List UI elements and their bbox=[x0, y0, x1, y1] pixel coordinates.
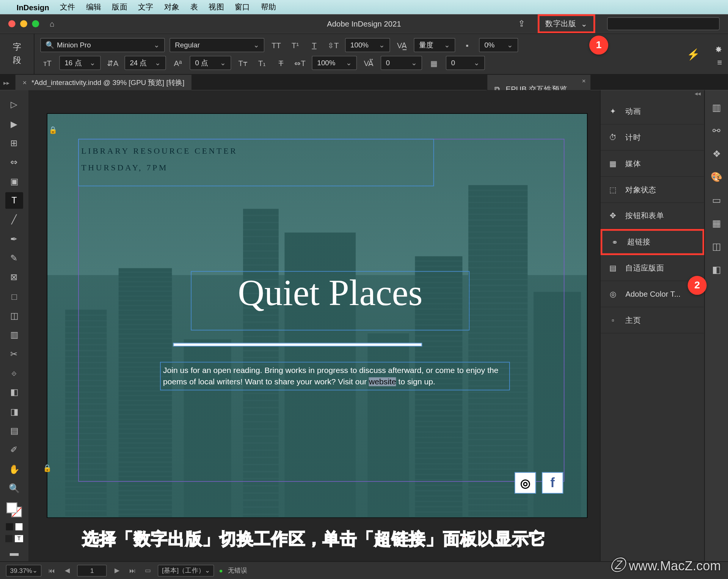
gap-tool[interactable]: ⇔ bbox=[5, 154, 23, 170]
gear-icon[interactable]: ✸ bbox=[715, 44, 722, 54]
menu-help[interactable]: 帮助 bbox=[261, 2, 276, 13]
menu-file[interactable]: 文件 bbox=[60, 2, 75, 13]
page-tool[interactable]: ⊞ bbox=[5, 134, 23, 151]
stroke-strip-icon[interactable]: ▭ bbox=[712, 195, 721, 206]
panel-animation[interactable]: ✦动画 bbox=[601, 99, 704, 125]
body-text-frame[interactable]: Join us for an open reading. Bring works… bbox=[160, 362, 510, 391]
pct-field[interactable]: 0% bbox=[479, 38, 518, 52]
divider-rule[interactable] bbox=[173, 343, 422, 346]
screen-mode[interactable]: ▬ bbox=[5, 544, 23, 561]
font-family-dropdown[interactable]: 🔍Minion Pro bbox=[40, 38, 165, 52]
font-size-field[interactable]: 16 点 bbox=[59, 56, 100, 70]
lightning-icon[interactable]: ⚡ bbox=[687, 48, 700, 61]
app-name[interactable]: InDesign bbox=[17, 3, 49, 11]
spread-button[interactable]: ▭ bbox=[143, 565, 153, 576]
hand-tool[interactable]: ✋ bbox=[5, 461, 23, 477]
shift-field[interactable]: 0 点 bbox=[190, 56, 231, 70]
char-mode[interactable]: 字 bbox=[13, 42, 21, 53]
next-page-button[interactable]: ▶ bbox=[111, 565, 122, 576]
fill-stroke-swatch[interactable] bbox=[6, 503, 22, 517]
page-field[interactable]: 1 bbox=[77, 565, 107, 576]
minimize-button[interactable] bbox=[20, 20, 27, 27]
panel-menu-icon[interactable]: ≡ bbox=[717, 58, 722, 67]
pencil-tool[interactable]: ✎ bbox=[5, 250, 23, 266]
subscript-icon[interactable]: T₁ bbox=[255, 56, 269, 70]
close-tab-icon[interactable]: × bbox=[22, 78, 27, 87]
layers-strip-icon[interactable]: ❖ bbox=[712, 148, 721, 160]
superscript-icon[interactable]: T¹ bbox=[288, 38, 303, 52]
title-text-frame[interactable]: Quiet Places bbox=[191, 271, 469, 330]
search-input[interactable] bbox=[607, 17, 720, 30]
close-panel-icon[interactable]: × bbox=[582, 77, 586, 84]
view-mode-preview[interactable]: T bbox=[15, 535, 23, 542]
panel-timing[interactable]: ⏱计时 bbox=[601, 124, 704, 151]
panel-object-states[interactable]: ⬚对象状态 bbox=[601, 177, 704, 203]
maximize-button[interactable] bbox=[32, 20, 39, 27]
gradient-swatch-tool[interactable]: ◧ bbox=[5, 384, 23, 401]
apply-color[interactable] bbox=[6, 523, 13, 530]
swatches-strip-icon[interactable]: ▦ bbox=[712, 218, 721, 229]
panel-media[interactable]: ▦媒体 bbox=[601, 151, 704, 177]
selection-tool[interactable]: ▷ bbox=[5, 96, 23, 113]
last-page-button[interactable]: ⏭ bbox=[127, 565, 138, 576]
rectangle-frame-tool[interactable]: ⊠ bbox=[5, 269, 23, 285]
preflight-label[interactable]: 无错误 bbox=[228, 566, 248, 575]
layer-field[interactable]: [基本]（工作） ⌄ bbox=[158, 565, 214, 576]
menu-layout[interactable]: 版面 bbox=[112, 2, 127, 13]
collapse-panels-icon[interactable]: ◂◂ bbox=[601, 90, 704, 99]
facebook-icon[interactable]: f bbox=[542, 472, 563, 494]
scissors-tool[interactable]: ✂ bbox=[5, 346, 23, 362]
zoom-tool[interactable]: 🔍 bbox=[5, 480, 23, 497]
gradient-strip-icon[interactable]: ◧ bbox=[712, 264, 721, 275]
canvas[interactable]: 🔒 LIBRARY RESOURCE CENTER THURSDAY, 7PM … bbox=[28, 90, 600, 561]
panel-pages[interactable]: ▫主页 bbox=[601, 307, 704, 334]
panel-hyperlinks[interactable]: ⚭超链接 bbox=[601, 229, 704, 255]
eyedropper-tool[interactable]: ✐ bbox=[5, 442, 23, 458]
view-mode-normal[interactable] bbox=[5, 535, 13, 542]
smallcaps-icon[interactable]: Tᴛ bbox=[236, 56, 250, 70]
underline-icon[interactable]: T bbox=[307, 38, 322, 52]
menu-type[interactable]: 文字 bbox=[138, 2, 154, 13]
font-style-dropdown[interactable]: Regular bbox=[169, 38, 264, 52]
first-page-button[interactable]: ⏮ bbox=[46, 565, 57, 576]
leading-field[interactable]: 24 点 bbox=[124, 56, 166, 70]
line-tool[interactable]: ╱ bbox=[5, 211, 23, 228]
pen-tool[interactable]: ✒ bbox=[5, 230, 23, 247]
direct-selection-tool[interactable]: ▶ bbox=[5, 115, 23, 132]
kerning-field[interactable]: 量度 bbox=[414, 38, 455, 52]
rectangle-tool[interactable]: □ bbox=[5, 288, 23, 305]
zoom-field[interactable]: 39.37% ⌄ bbox=[6, 565, 42, 576]
menu-view[interactable]: 视图 bbox=[209, 2, 224, 13]
home-icon[interactable]: ⌂ bbox=[50, 19, 54, 28]
menu-edit[interactable]: 编辑 bbox=[86, 2, 102, 13]
panel-liquid-layout[interactable]: ▤自适应版面 bbox=[601, 255, 704, 281]
hscale-field[interactable]: 100% bbox=[312, 56, 357, 70]
allcaps-icon[interactable]: TT bbox=[269, 38, 284, 52]
type-tool[interactable]: T bbox=[5, 192, 23, 209]
panel-buttons-forms[interactable]: ✥按钮和表单 bbox=[601, 203, 704, 229]
header-text-frame[interactable]: LIBRARY RESOURCE CENTER THURSDAY, 7PM bbox=[78, 139, 434, 186]
free-transform-tool[interactable]: ⟐ bbox=[5, 365, 23, 381]
vscale-field[interactable]: 100% bbox=[345, 38, 390, 52]
close-button[interactable] bbox=[8, 20, 16, 27]
menu-table[interactable]: 表 bbox=[190, 2, 198, 13]
menu-object[interactable]: 对象 bbox=[164, 2, 180, 13]
menu-window[interactable]: 窗口 bbox=[235, 2, 250, 13]
tracking-field[interactable]: 0 bbox=[381, 56, 422, 70]
workspace-dropdown[interactable]: 数字出版 ⌄ bbox=[538, 14, 595, 33]
note-tool[interactable]: ▤ bbox=[5, 422, 23, 439]
links-strip-icon[interactable]: ⚯ bbox=[712, 125, 720, 137]
content-collector-tool[interactable]: ▣ bbox=[5, 173, 23, 190]
grid-field[interactable]: 0 bbox=[446, 56, 485, 70]
apply-none[interactable] bbox=[16, 523, 23, 530]
color-strip-icon[interactable]: 🎨 bbox=[711, 171, 722, 183]
ellipse-tool[interactable]: ◫ bbox=[5, 307, 23, 324]
polygon-tool[interactable]: ▥ bbox=[5, 326, 23, 343]
cc-libs-strip-icon[interactable]: ◫ bbox=[712, 241, 721, 252]
gradient-feather-tool[interactable]: ◨ bbox=[5, 403, 23, 420]
prev-page-button[interactable]: ◀ bbox=[62, 565, 72, 576]
para-mode[interactable]: 段 bbox=[13, 55, 21, 66]
document-tab[interactable]: × *Add_interactivity.indd @ 39% [GPU 预览]… bbox=[16, 75, 191, 90]
instagram-icon[interactable]: ◎ bbox=[515, 472, 536, 494]
pages-strip-icon[interactable]: ▥ bbox=[712, 102, 721, 113]
